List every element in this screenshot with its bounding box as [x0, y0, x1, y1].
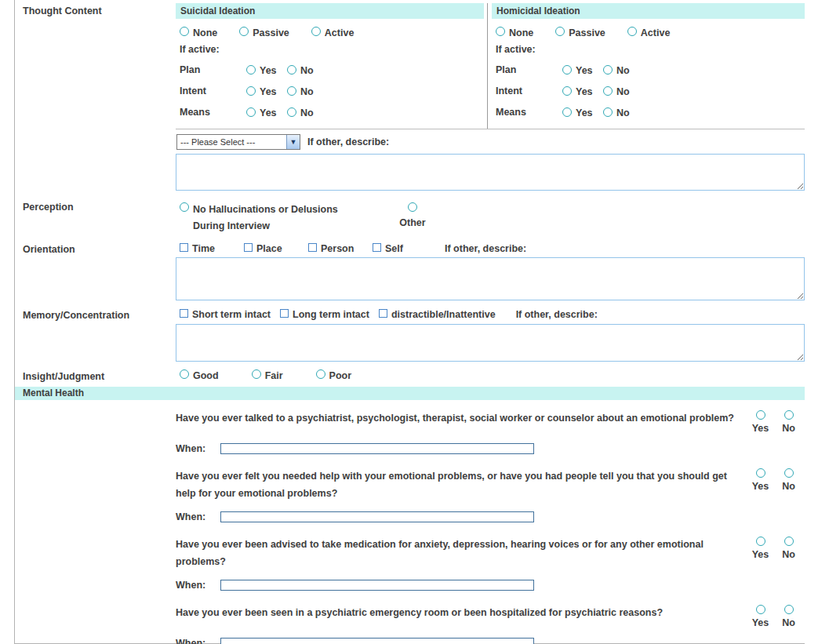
long-term-intact-checkbox[interactable]	[280, 309, 289, 318]
suicidal-plan-row: Plan Yes No	[180, 59, 484, 80]
distractible-inattentive-checkbox[interactable]	[379, 309, 387, 318]
q3-yes-option[interactable]: Yes	[749, 536, 772, 560]
q4-when-input[interactable]	[220, 638, 534, 644]
orientation-person-option[interactable]: Person	[308, 242, 373, 254]
homicidal-plan-row: Plan Yes No	[496, 59, 805, 80]
no-hallucinations-option[interactable]: No Hallucinations or Delusions During In…	[180, 202, 390, 235]
homicidal-plan-yes-option[interactable]: Yes	[562, 63, 603, 76]
homicidal-none-option[interactable]: None	[496, 26, 533, 38]
insight-poor-radio[interactable]	[316, 369, 325, 379]
orientation-self-checkbox[interactable]	[373, 243, 381, 252]
distractible-inattentive-option[interactable]: distractible/Inattentive	[379, 307, 496, 320]
insight-poor-option[interactable]: Poor	[316, 369, 351, 381]
suicidal-means-no-option[interactable]: No	[287, 105, 314, 118]
q1-yes-radio[interactable]	[756, 410, 765, 420]
suicidal-means-yes-radio[interactable]	[246, 107, 256, 117]
suicidal-plan-no-radio[interactable]	[287, 65, 296, 75]
q3-no-option[interactable]: No	[777, 536, 800, 560]
homicidal-intent-no-option[interactable]: No	[603, 84, 630, 97]
q2-yes-option[interactable]: Yes	[749, 468, 772, 492]
orientation-time-checkbox[interactable]	[180, 243, 188, 252]
q3-yes-radio[interactable]	[756, 537, 765, 546]
q1-when-input[interactable]	[220, 443, 534, 454]
q4-no-option[interactable]: No	[777, 604, 800, 628]
thought-content-section: Thought Content Suicidal Ideation None	[15, 3, 805, 191]
homicidal-means-yes-radio[interactable]	[562, 107, 572, 117]
homicidal-active-option[interactable]: Active	[627, 26, 671, 38]
q2-yes-radio[interactable]	[756, 468, 765, 478]
insight-good-option[interactable]: Good	[180, 369, 219, 381]
orientation-place-checkbox[interactable]	[244, 243, 253, 252]
short-term-intact-checkbox[interactable]	[180, 309, 188, 318]
suicidal-intent-no-radio[interactable]	[287, 86, 296, 96]
suicidal-means-no-radio[interactable]	[287, 107, 296, 117]
homicidal-intent-yes-radio[interactable]	[562, 86, 572, 96]
insight-fair-option[interactable]: Fair	[252, 369, 283, 381]
suicidal-active-radio[interactable]	[311, 27, 321, 36]
homicidal-means-yes-option[interactable]: Yes	[562, 105, 603, 118]
mh-question-3: Have you ever been advised to take medic…	[176, 536, 800, 570]
q1-yes-option[interactable]: Yes	[749, 409, 772, 434]
q4-yes-radio[interactable]	[756, 605, 765, 614]
q4-no-radio[interactable]	[784, 605, 794, 614]
insight-good-radio[interactable]	[180, 369, 189, 379]
orientation-person-checkbox[interactable]	[308, 243, 317, 252]
homicidal-active-radio[interactable]	[627, 27, 637, 36]
homicidal-plan-yes-radio[interactable]	[562, 65, 572, 75]
suicidal-ideation-header: Suicidal Ideation	[176, 3, 484, 19]
homicidal-none-radio[interactable]	[496, 27, 505, 36]
perception-other-option[interactable]: Other	[396, 202, 429, 235]
homicidal-if-active-label: If active:	[496, 44, 805, 55]
orientation-time-option[interactable]: Time	[180, 242, 244, 254]
short-term-intact-option[interactable]: Short term intact	[180, 307, 271, 320]
suicidal-severity-options: None Passive Active	[180, 26, 484, 38]
suicidal-passive-option[interactable]: Passive	[239, 26, 289, 38]
mh-question-2: Have you ever felt you needed help with …	[176, 468, 800, 502]
q1-no-option[interactable]: No	[777, 409, 800, 434]
homicidal-passive-option[interactable]: Passive	[555, 26, 605, 38]
thought-content-describe-textarea[interactable]	[176, 154, 805, 191]
q2-when-input[interactable]	[220, 511, 534, 522]
perception-other-radio[interactable]	[408, 202, 417, 212]
homicidal-ideation-header: Homicidal Ideation	[492, 3, 805, 19]
q2-no-radio[interactable]	[784, 468, 794, 478]
homicidal-means-no-radio[interactable]	[603, 107, 613, 117]
suicidal-intent-no-option[interactable]: No	[287, 84, 314, 97]
homicidal-intent-yes-option[interactable]: Yes	[562, 84, 603, 97]
memory-describe-textarea[interactable]	[176, 324, 805, 362]
mental-health-section-header: Mental Health	[15, 387, 805, 400]
no-hallucinations-radio[interactable]	[180, 202, 189, 212]
suicidal-none-option[interactable]: None	[180, 26, 217, 38]
q3-no-radio[interactable]	[784, 537, 794, 546]
q4-yes-option[interactable]: Yes	[749, 604, 772, 628]
suicidal-intent-yes-radio[interactable]	[246, 86, 256, 96]
suicidal-plan-yes-option[interactable]: Yes	[246, 63, 287, 76]
q1-no-radio[interactable]	[784, 410, 794, 420]
suicidal-plan-no-option[interactable]: No	[287, 63, 314, 76]
question-text: Have you ever talked to a psychiatrist, …	[176, 409, 749, 427]
suicidal-active-option[interactable]: Active	[311, 26, 355, 38]
q3-when-input[interactable]	[220, 580, 534, 591]
question-text: Have you ever been advised to take medic…	[176, 536, 749, 570]
orientation-describe-textarea[interactable]	[176, 257, 805, 300]
homicidal-passive-radio[interactable]	[555, 27, 565, 36]
suicidal-intent-yes-option[interactable]: Yes	[246, 84, 287, 97]
orientation-self-option[interactable]: Self	[373, 242, 437, 254]
long-term-intact-option[interactable]: Long term intact	[280, 307, 369, 320]
q2-when-row: When:	[176, 511, 800, 522]
insight-fair-radio[interactable]	[252, 369, 261, 379]
suicidal-passive-radio[interactable]	[239, 27, 249, 36]
suicidal-means-yes-option[interactable]: Yes	[246, 105, 287, 118]
homicidal-means-no-option[interactable]: No	[603, 105, 630, 118]
q3-yes-no-group: Yes No	[749, 536, 800, 560]
homicidal-intent-no-radio[interactable]	[603, 86, 613, 96]
suicidal-if-active-label: If active:	[180, 44, 484, 55]
q3-when-row: When:	[176, 580, 800, 591]
please-select-dropdown[interactable]: --- Please Select --- ▼	[176, 134, 300, 150]
q2-no-option[interactable]: No	[777, 468, 800, 492]
suicidal-plan-yes-radio[interactable]	[246, 65, 256, 75]
homicidal-plan-no-option[interactable]: No	[603, 63, 630, 76]
homicidal-plan-no-radio[interactable]	[603, 65, 613, 75]
suicidal-none-radio[interactable]	[180, 27, 189, 36]
orientation-place-option[interactable]: Place	[244, 242, 308, 254]
